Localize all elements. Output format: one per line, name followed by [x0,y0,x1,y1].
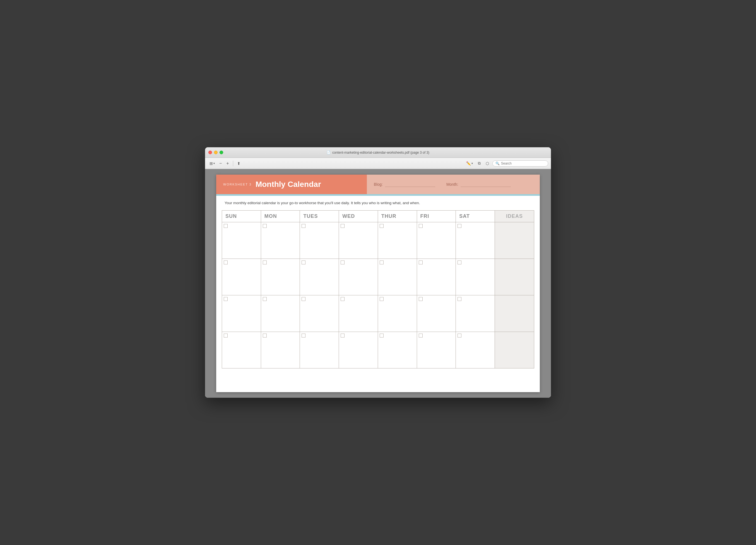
cell-2-tues [300,259,339,295]
day-header-sun: SUN [222,211,261,222]
checkbox-1-sat[interactable] [458,224,461,228]
cell-1-wed [339,222,378,259]
checkbox-3-mon[interactable] [263,297,267,301]
zoom-out-icon: − [219,161,222,166]
month-field: Month: [446,182,511,187]
window-title: content-marketing-editorial-calendar-wor… [332,151,429,155]
checkbox-4-mon[interactable] [263,334,267,337]
cell-3-wed [339,295,378,332]
zoom-out-button[interactable]: − [218,160,223,167]
cell-2-wed [339,259,378,295]
ideas-cell-2 [495,259,534,295]
checkbox-1-wed[interactable] [341,224,345,228]
checkbox-1-mon[interactable] [263,224,267,228]
pdf-page: WORKSHEET 3 Monthly Calendar Blog: Month… [216,175,540,392]
close-button[interactable] [208,151,212,154]
zoom-in-icon: + [226,161,229,166]
toolbar-separator [233,161,233,166]
share-icon: ⬆ [237,161,240,166]
copy-button[interactable]: ⧉ [476,160,482,167]
ideas-cell-3 [495,295,534,332]
checkbox-3-sat[interactable] [458,297,461,301]
search-box: 🔍 [492,160,548,167]
checkbox-2-wed[interactable] [341,261,345,264]
checkbox-2-mon[interactable] [263,261,267,264]
checkbox-3-fri[interactable] [419,297,423,301]
chevron-down-icon2: ▾ [471,162,473,165]
action-button[interactable]: ⬡ [484,160,491,167]
day-header-sat: SAT [456,211,495,222]
cell-1-tues [300,222,339,259]
checkbox-3-wed[interactable] [341,297,345,301]
checkbox-2-sat[interactable] [458,261,461,264]
maximize-button[interactable] [220,151,223,154]
blog-input-line [385,182,435,187]
month-label: Month: [446,182,458,187]
sidebar-toggle-button[interactable]: ⊞ ▾ [208,160,216,167]
description: Your monthly editorial calendar is your … [216,196,540,210]
cell-4-sun [222,332,261,368]
traffic-lights [208,151,223,154]
day-header-mon: MON [261,211,300,222]
pdf-icon: 📄 [327,151,331,154]
checkbox-4-thur[interactable] [380,334,384,337]
checkbox-1-fri[interactable] [419,224,423,228]
checkbox-2-sun[interactable] [224,261,228,264]
cell-1-sat [456,222,495,259]
checkbox-1-sun[interactable] [224,224,228,228]
checkbox-3-tues[interactable] [302,297,305,301]
checkbox-4-sat[interactable] [458,334,461,337]
blog-label: Blog: [374,182,383,187]
checkbox-3-thur[interactable] [380,297,384,301]
toolbar: ⊞ ▾ − + ⬆ ✏️ ▾ ⧉ ⬡ [205,158,551,169]
cell-3-tues [300,295,339,332]
cell-4-sat [456,332,495,368]
search-input[interactable] [501,161,545,165]
zoom-in-button[interactable]: + [225,160,230,167]
chevron-down-icon: ▾ [213,162,215,165]
annotate-button[interactable]: ✏️ ▾ [464,160,475,167]
cell-3-sat [456,295,495,332]
calendar: SUN MON TUES WED THUR FRI SAT IDEAS [222,210,534,368]
day-header-wed: WED [339,211,378,222]
search-icon: 🔍 [495,161,500,165]
cell-3-sun [222,295,261,332]
cell-1-sun [222,222,261,259]
checkbox-2-thur[interactable] [380,261,384,264]
cell-2-sat [456,259,495,295]
minimize-button[interactable] [214,151,218,154]
action-icon: ⬡ [486,161,489,166]
checkbox-4-fri[interactable] [419,334,423,337]
checkbox-1-thur[interactable] [380,224,384,228]
checkbox-4-wed[interactable] [341,334,345,337]
cell-4-thur [378,332,417,368]
cell-4-wed [339,332,378,368]
cell-1-mon [261,222,300,259]
checkbox-2-fri[interactable] [419,261,423,264]
day-header-tues: TUES [300,211,339,222]
checkbox-1-tues[interactable] [302,224,305,228]
worksheet-title: Monthly Calendar [256,180,321,189]
checkbox-2-tues[interactable] [302,261,305,264]
calendar-row-3 [222,295,534,332]
cell-4-tues [300,332,339,368]
blog-field: Blog: [374,182,435,187]
checkbox-3-sun[interactable] [224,297,228,301]
window-title-area: 📄 content-marketing-editorial-calendar-w… [327,151,429,155]
toolbar-right: ✏️ ▾ ⧉ ⬡ 🔍 [464,160,548,167]
titlebar: 📄 content-marketing-editorial-calendar-w… [205,147,551,158]
sidebar-icon: ⊞ [210,161,213,166]
day-header-thur: THUR [378,211,417,222]
cell-1-thur [378,222,417,259]
checkbox-4-sun[interactable] [224,334,228,337]
cell-2-mon [261,259,300,295]
cell-1-fri [417,222,456,259]
cell-3-thur [378,295,417,332]
calendar-row-4 [222,332,534,368]
checkbox-4-tues[interactable] [302,334,305,337]
month-input-line [461,182,511,187]
cell-4-fri [417,332,456,368]
share-button[interactable]: ⬆ [235,160,242,167]
cell-3-mon [261,295,300,332]
ideas-cell-4 [495,332,534,368]
